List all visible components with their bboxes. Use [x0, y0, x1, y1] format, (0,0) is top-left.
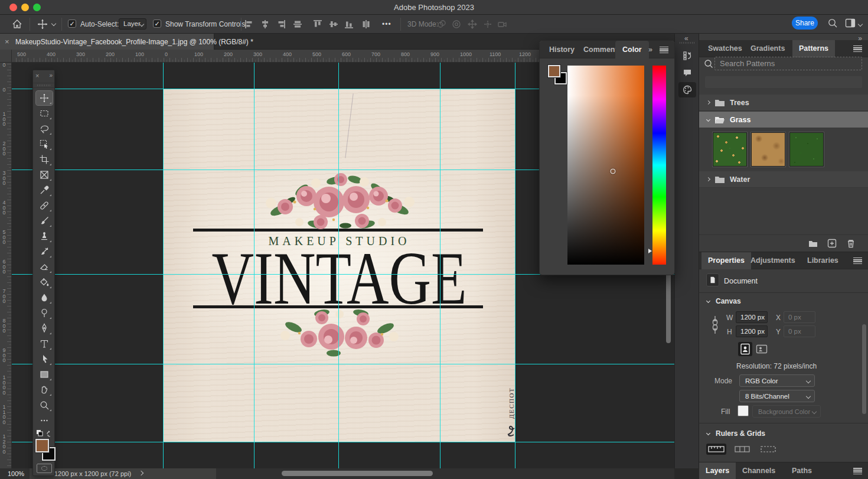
new-group-icon[interactable]	[808, 238, 818, 249]
tab-paths[interactable]: Paths	[785, 462, 818, 479]
color-mode-dropdown[interactable]: RGB Color	[739, 374, 815, 387]
pattern-group-water[interactable]: Water	[699, 171, 868, 188]
tool-lasso[interactable]	[36, 122, 53, 136]
search-icon[interactable]	[827, 17, 838, 29]
color-sample-marker[interactable]	[610, 168, 615, 174]
height-field[interactable]: 1200 px	[736, 325, 768, 337]
pattern-group-grass[interactable]: Grass	[699, 112, 868, 128]
tab-layers[interactable]: Layers	[699, 462, 736, 479]
quick-mask-button[interactable]	[37, 464, 52, 473]
tool-zoom[interactable]	[36, 398, 53, 412]
delete-icon[interactable]	[846, 238, 856, 249]
align-v-center-icon[interactable]	[328, 18, 340, 30]
properties-menu-icon[interactable]	[853, 258, 862, 264]
landscape-orientation-button[interactable]	[755, 342, 769, 356]
tool-hand[interactable]	[36, 383, 53, 397]
tool-brush[interactable]	[36, 214, 53, 228]
tool-frame[interactable]	[36, 168, 53, 182]
tool-object-selection[interactable]	[36, 137, 53, 151]
collapse-dock-icon[interactable]: «	[684, 34, 688, 43]
tool-dodge[interactable]	[36, 306, 53, 320]
zoom-level-field[interactable]: 100%	[8, 470, 24, 477]
link-dimensions-icon[interactable]	[711, 311, 719, 338]
close-tab-icon[interactable]: ×	[5, 37, 9, 46]
tool-path-selection[interactable]	[36, 352, 53, 366]
chevron-down-icon[interactable]	[706, 299, 710, 303]
panel-overflow-icon[interactable]: »	[648, 45, 653, 54]
canvas-artwork[interactable]: MAKEUP STUDIO VINTAGE ДЕСПОТ	[163, 89, 515, 442]
align-bottom-icon[interactable]	[343, 18, 355, 30]
tool-move[interactable]	[36, 91, 53, 105]
fill-swatch[interactable]	[738, 405, 749, 416]
color-panel-icon[interactable]	[678, 82, 696, 97]
chevron-down-icon[interactable]	[706, 431, 710, 435]
guide-vertical[interactable]	[338, 63, 339, 468]
panel-menu-icon[interactable]	[660, 47, 668, 53]
more-options-button[interactable]: •••	[382, 20, 391, 28]
patterns-search-input[interactable]: Search Patterns	[714, 57, 862, 70]
bit-depth-dropdown[interactable]: 8 Bits/Channel	[739, 390, 815, 402]
pattern-grass[interactable]	[789, 132, 824, 167]
vertical-ruler[interactable]: 1000100200300400500600700800900100011001…	[0, 63, 12, 468]
tool-pen[interactable]	[36, 321, 53, 335]
tools-more-ellipsis[interactable]	[36, 413, 53, 428]
hue-slider[interactable]	[652, 66, 666, 265]
canvas-section-header[interactable]: Canvas	[716, 297, 741, 305]
tab-adjustments[interactable]: Adjustments	[744, 252, 802, 269]
portrait-orientation-button[interactable]	[738, 342, 752, 356]
guide-vertical[interactable]	[254, 63, 254, 468]
align-h-center-icon[interactable]	[259, 18, 271, 30]
tab-swatches[interactable]: Swatches	[701, 40, 749, 57]
saturation-brightness-field[interactable]	[567, 66, 644, 265]
pattern-dirt[interactable]	[751, 132, 785, 167]
tool-eyedropper[interactable]	[36, 183, 53, 197]
tool-blur[interactable]	[36, 291, 53, 305]
guide-vertical[interactable]	[515, 63, 515, 468]
hue-slider-arrow-icon[interactable]	[648, 249, 652, 253]
tab-libraries[interactable]: Libraries	[801, 252, 845, 269]
patterns-menu-icon[interactable]	[853, 45, 862, 52]
comments-panel-icon[interactable]	[678, 65, 696, 80]
new-pattern-icon[interactable]	[827, 238, 837, 249]
tool-eraser[interactable]	[36, 260, 53, 274]
tool-paint-bucket[interactable]	[36, 275, 53, 289]
color-foreground-swatch[interactable]	[548, 65, 560, 77]
share-button[interactable]: Share	[792, 17, 818, 30]
auto-select-dropdown[interactable]: Layer	[119, 18, 146, 30]
tool-crop[interactable]	[36, 152, 53, 167]
tool-type[interactable]	[36, 337, 53, 351]
tools-panel-header[interactable]: × »	[33, 70, 54, 83]
workspace-chevron-icon[interactable]	[858, 22, 863, 27]
tool-preset-chevron-icon[interactable]	[51, 21, 56, 26]
align-top-icon[interactable]	[312, 18, 324, 30]
history-panel-icon[interactable]	[678, 48, 696, 63]
align-v-centers-icon[interactable]	[360, 18, 372, 30]
status-options-chevron-icon[interactable]	[139, 471, 143, 475]
auto-select-checkbox[interactable]: ✓	[68, 19, 76, 28]
tool-healing-brush[interactable]	[36, 198, 53, 213]
horizontal-scrollbar[interactable]	[282, 471, 433, 476]
align-right-icon[interactable]	[275, 18, 287, 30]
move-tool-options-icon[interactable]	[37, 18, 48, 30]
guide-vertical[interactable]	[440, 63, 440, 468]
tab-color[interactable]: Color	[615, 41, 649, 58]
foreground-color-swatch[interactable]	[35, 439, 49, 452]
toggle-rulers-button[interactable]	[706, 444, 726, 455]
close-tools-icon[interactable]: ×	[35, 72, 39, 79]
document-tab[interactable]: × MakeupStudio-Vintage_Facebook_Profile-…	[0, 34, 214, 50]
toggle-guides-button[interactable]	[758, 444, 778, 455]
tab-patterns[interactable]: Patterns	[792, 40, 835, 57]
tool-marquee[interactable]	[36, 106, 53, 120]
show-transform-checkbox[interactable]: ✓	[153, 19, 161, 28]
width-field[interactable]: 1200 px	[736, 311, 768, 323]
align-h-centers-icon[interactable]	[292, 18, 304, 30]
align-left-icon[interactable]	[243, 18, 255, 30]
pattern-leaf-litter[interactable]	[713, 132, 747, 167]
home-icon[interactable]	[11, 18, 23, 30]
tab-channels[interactable]: Channels	[736, 462, 782, 479]
guide-vertical[interactable]	[163, 63, 164, 468]
layers-menu-icon[interactable]	[853, 468, 862, 474]
tool-history-brush[interactable]	[36, 245, 53, 259]
tab-gradients[interactable]: Gradients	[744, 40, 791, 57]
toggle-grid-button[interactable]	[732, 444, 752, 455]
